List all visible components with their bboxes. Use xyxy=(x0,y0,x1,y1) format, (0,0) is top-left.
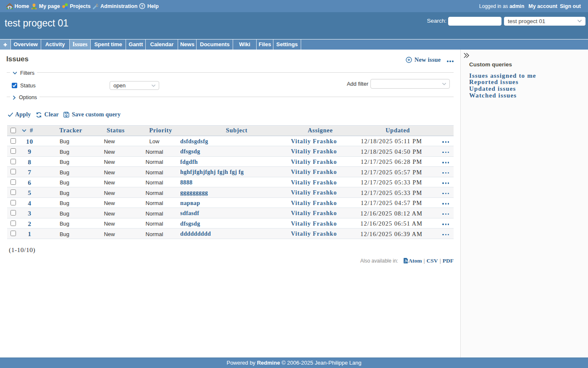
svg-text:?: ? xyxy=(141,3,144,8)
